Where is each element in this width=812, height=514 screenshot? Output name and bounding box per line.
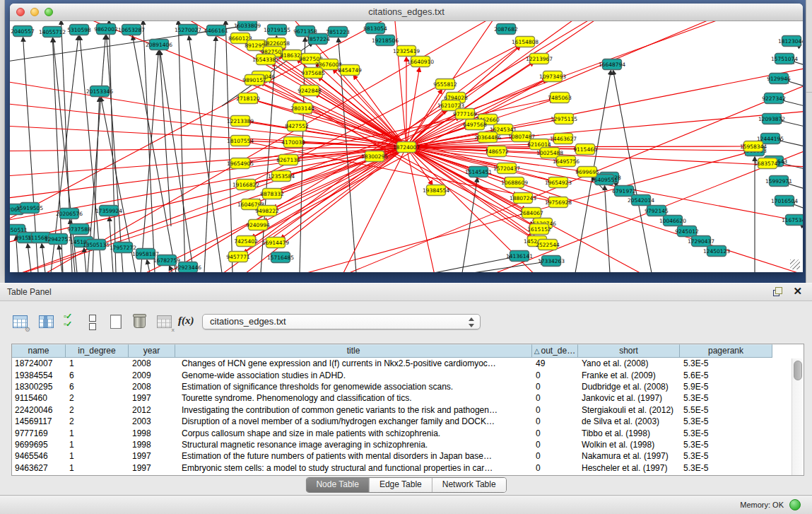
graph-node[interactable]: 16648794 xyxy=(599,59,625,70)
column-header-out_de[interactable]: △out_de… xyxy=(532,344,578,358)
select-columns-button[interactable]: ▫✓▫✓ xyxy=(64,313,82,329)
graph-node[interactable]: 10719155 xyxy=(264,25,290,35)
graph-node[interactable]: 9129946 xyxy=(767,74,791,84)
graph-node[interactable]: 12213389 xyxy=(227,116,254,127)
graph-node[interactable]: 9227342 xyxy=(762,93,786,104)
graph-node[interactable]: 17957272 xyxy=(110,243,136,253)
graph-edge[interactable] xyxy=(30,21,406,147)
table-cell[interactable]: 1998 xyxy=(129,428,175,439)
table-cell[interactable]: 5.3E-5 xyxy=(680,462,772,474)
table-cell[interactable]: Structural magnetic resonance image aver… xyxy=(175,439,532,450)
graph-node[interactable]: 18123044 xyxy=(778,36,803,47)
table-cell[interactable]: 9699695 xyxy=(12,439,66,450)
graph-node[interactable]: 4170038 xyxy=(281,137,305,148)
graph-node[interactable]: 18300295 xyxy=(361,151,388,162)
column-header-year[interactable]: year xyxy=(129,344,175,358)
graph-edge[interactable] xyxy=(178,21,185,272)
graph-edge[interactable] xyxy=(28,244,31,272)
graph-edge[interactable] xyxy=(10,64,406,147)
network-canvas[interactable]: 2040557140557125310598986200210653287208… xyxy=(10,21,803,272)
graph-node[interactable]: 19756928 xyxy=(545,197,572,208)
graph-node[interactable]: 18807243 xyxy=(510,193,536,204)
graph-node[interactable]: 8813054 xyxy=(363,23,387,34)
table-row[interactable]: 977716911998Corpus callosum shape and si… xyxy=(12,427,804,438)
graph-node[interactable]: 12450123 xyxy=(703,246,730,257)
graph-node[interactable]: 9862002 xyxy=(94,24,118,35)
graph-edge[interactable] xyxy=(613,71,652,272)
graph-node[interactable]: 8878332 xyxy=(260,189,284,199)
table-cell[interactable]: 9463627 xyxy=(12,462,66,474)
column-header-short[interactable]: short xyxy=(578,344,680,358)
function-builder-button[interactable]: f(x) xyxy=(178,314,196,331)
graph-node[interactable]: 7486572 xyxy=(485,146,509,157)
table-cell[interactable]: Embryonic stem cells: a model to study s… xyxy=(175,462,532,474)
table-cell[interactable]: 0 xyxy=(532,462,578,474)
table-cell[interactable]: 1997 xyxy=(129,392,175,404)
graph-node[interactable]: 16782759 xyxy=(153,255,180,266)
resize-grip[interactable] xyxy=(790,259,800,269)
graph-node[interactable]: 9240994 xyxy=(246,220,270,230)
graph-edge[interactable] xyxy=(777,140,803,146)
table-cell[interactable]: 2008 xyxy=(129,381,175,392)
graph-node[interactable]: 15919505 xyxy=(16,203,43,214)
table-row[interactable]: 1830029562008Estimation of significance … xyxy=(12,381,804,392)
graph-node[interactable]: 20153346 xyxy=(86,86,113,97)
graph-node[interactable]: 7857224 xyxy=(306,34,330,45)
citation-graph[interactable]: 2040557140557125310598986200210653287208… xyxy=(10,21,803,272)
graph-node[interactable]: 6791972 xyxy=(612,186,636,197)
table-row[interactable]: 1456911722003Disruption of a novel membe… xyxy=(12,416,804,427)
graph-node[interactable]: 15992971 xyxy=(765,176,792,187)
table-cell[interactable]: 19384554 xyxy=(12,370,66,381)
graph-edge[interactable] xyxy=(406,58,803,147)
graph-node[interactable]: 9777169 xyxy=(453,109,477,119)
scrollbar-thumb[interactable] xyxy=(794,361,802,380)
graph-node[interactable]: 9115460 xyxy=(573,144,597,155)
graph-node[interactable]: 16640910 xyxy=(407,57,434,67)
table-cell[interactable]: 5.3E-5 xyxy=(680,392,772,404)
table-cell[interactable]: 9777169 xyxy=(12,428,66,439)
graph-node[interactable]: 10653287 xyxy=(118,25,145,35)
table-cell[interactable]: Hescheler et al. (1997) xyxy=(578,462,680,474)
graph-edge[interactable] xyxy=(225,21,233,272)
graph-node[interactable]: 9457771 xyxy=(226,252,250,262)
graph-node[interactable]: 17016504 xyxy=(771,196,798,206)
graph-node[interactable]: 9699695 xyxy=(575,167,599,177)
graph-node[interactable]: 9375685 xyxy=(301,68,325,78)
table-cell[interactable]: 5.3E-5 xyxy=(680,416,772,427)
graph-node[interactable]: 8454749 xyxy=(338,65,362,76)
table-row[interactable]: 2242004622012Investigating the contribut… xyxy=(12,404,804,416)
memory-ok-indicator[interactable] xyxy=(789,499,801,510)
graph-node[interactable]: 12923446 xyxy=(175,262,201,273)
tab-node-table[interactable]: Node Table xyxy=(306,478,370,492)
graph-node[interactable]: 17334263 xyxy=(538,256,565,267)
table-cell[interactable]: 2009 xyxy=(129,370,175,381)
table-cell[interactable]: 22420046 xyxy=(12,404,66,416)
graph-node[interactable]: 16033809 xyxy=(234,21,261,31)
table-cell[interactable]: 0 xyxy=(532,428,578,439)
table-row[interactable]: 969969511998Structural magnetic resonanc… xyxy=(12,439,804,450)
graph-node[interactable]: 16914479 xyxy=(262,238,289,248)
table-cell[interactable]: 1997 xyxy=(129,450,175,462)
graph-edge[interactable] xyxy=(406,21,767,147)
table-row[interactable]: 946362711997Embryonic stem cells: a mode… xyxy=(12,462,804,474)
table-cell[interactable]: 0 xyxy=(532,392,578,404)
vertical-scrollbar[interactable] xyxy=(792,358,803,475)
graph-node[interactable]: 15145451 xyxy=(465,167,492,177)
table-cell[interactable]: Franke et al. (2009) xyxy=(578,370,680,381)
table-cell[interactable]: 1 xyxy=(66,450,129,462)
graph-node[interactable]: 16154808 xyxy=(512,37,539,47)
graph-node[interactable]: 7485063 xyxy=(548,93,572,103)
graph-node[interactable]: 15720437 xyxy=(493,163,520,174)
table-cell[interactable]: 5.3E-5 xyxy=(680,439,772,450)
table-cell[interactable]: 5.6E-5 xyxy=(680,370,772,381)
graph-node[interactable]: 10046620 xyxy=(659,216,686,226)
table-cell[interactable]: Estimation of the future numbers of pati… xyxy=(175,450,532,462)
table-cell[interactable]: Changes of HCN gene expression and I(f) … xyxy=(175,358,532,369)
table-cell[interactable]: 1 xyxy=(66,439,129,450)
graph-node[interactable]: 14136141 xyxy=(506,251,533,262)
table-row[interactable]: 946554611997Estimation of the future num… xyxy=(12,450,804,462)
table-cell[interactable]: 18724007 xyxy=(12,358,66,369)
graph-node[interactable]: 19654905 xyxy=(227,158,254,169)
graph-node[interactable]: 10688609 xyxy=(501,177,528,188)
graph-node[interactable]: 2522544 xyxy=(536,240,560,250)
